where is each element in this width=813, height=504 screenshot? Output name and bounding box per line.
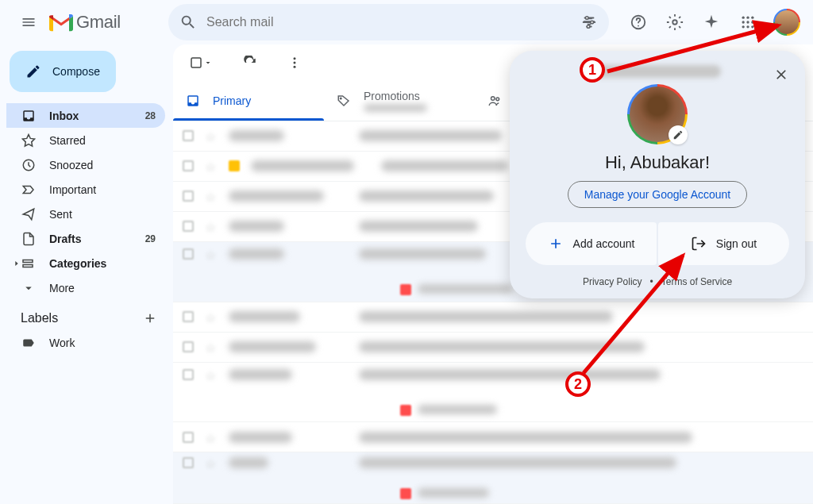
- svg-point-12: [742, 21, 745, 23]
- account-email: [594, 65, 721, 78]
- nav-label: Work: [49, 337, 156, 349]
- sidebar: Compose Inbox 28 Starred Snoozed Importa…: [0, 44, 173, 504]
- sidebar-item-snoozed[interactable]: Snoozed: [6, 152, 165, 177]
- email-row[interactable]: ☆: [173, 363, 813, 423]
- greeting-text: Hi, Abubakar!: [526, 152, 789, 173]
- app-name: Gmail: [76, 12, 121, 33]
- privacy-link[interactable]: Privacy Policy: [583, 276, 642, 287]
- chevron-down-icon: [21, 281, 37, 295]
- email-row[interactable]: ☆: [173, 422, 813, 452]
- sign-out-button[interactable]: Sign out: [658, 222, 789, 265]
- plus-icon: [548, 236, 564, 252]
- tab-label: Primary: [213, 94, 251, 107]
- support-button[interactable]: [622, 6, 654, 38]
- compose-button[interactable]: Compose: [10, 51, 116, 92]
- sent-icon: [21, 207, 37, 221]
- account-avatar-button[interactable]: [773, 9, 800, 36]
- nav-label: Inbox: [49, 110, 145, 122]
- sparkle-icon: [703, 13, 720, 31]
- nav-badge: 28: [145, 110, 156, 121]
- svg-point-23: [294, 61, 296, 63]
- apps-button[interactable]: [732, 6, 764, 38]
- nav-label: Drafts: [49, 233, 145, 245]
- more-button[interactable]: [281, 49, 308, 76]
- pencil-icon: [25, 63, 41, 79]
- search-input[interactable]: [206, 15, 580, 29]
- sidebar-item-more[interactable]: More: [6, 275, 165, 300]
- svg-point-7: [638, 25, 639, 27]
- main-menu-button[interactable]: [11, 5, 46, 40]
- annotation-step-2: 2: [565, 371, 591, 397]
- star-icon: [21, 133, 37, 148]
- tab-promotions[interactable]: Promotions: [324, 81, 475, 121]
- sidebar-item-important[interactable]: Important: [6, 177, 165, 202]
- svg-point-25: [341, 98, 342, 99]
- drafts-icon: [21, 232, 37, 246]
- apps-grid-icon: [740, 14, 756, 30]
- svg-point-22: [294, 57, 296, 60]
- labels-title: Labels: [21, 311, 58, 325]
- sign-out-icon: [691, 236, 707, 252]
- tag-icon: [337, 94, 351, 108]
- email-row[interactable]: ☆: [173, 302, 813, 333]
- nav-label: More: [49, 282, 156, 294]
- add-account-button[interactable]: Add account: [526, 222, 657, 265]
- nav-label: Categories: [49, 257, 156, 270]
- svg-point-4: [591, 21, 594, 24]
- svg-point-10: [746, 17, 749, 19]
- popup-avatar: [627, 84, 688, 144]
- nav-label: Sent: [49, 208, 156, 221]
- refresh-button[interactable]: [237, 49, 264, 76]
- clock-icon: [21, 158, 37, 172]
- header-icons: [622, 6, 800, 38]
- categories-icon: [11, 256, 37, 271]
- sidebar-item-categories[interactable]: Categories: [6, 251, 165, 275]
- sidebar-item-sent[interactable]: Sent: [6, 202, 165, 226]
- search-options-icon[interactable]: [580, 13, 598, 31]
- manage-account-button[interactable]: Manage your Google Account: [568, 181, 747, 208]
- sidebar-item-starred[interactable]: Starred: [6, 128, 165, 152]
- popup-footer: Privacy Policy • Terms of Service: [526, 276, 789, 287]
- hamburger-icon: [21, 14, 37, 30]
- svg-point-13: [746, 21, 749, 23]
- svg-point-17: [751, 25, 753, 28]
- tab-social[interactable]: [475, 81, 514, 121]
- svg-point-16: [746, 25, 749, 28]
- sidebar-item-drafts[interactable]: Drafts 29: [6, 226, 165, 251]
- tab-primary[interactable]: Primary: [173, 81, 324, 121]
- terms-link[interactable]: Terms of Service: [661, 276, 732, 287]
- gemini-button[interactable]: [695, 6, 727, 38]
- svg-point-24: [294, 66, 296, 68]
- sign-out-label: Sign out: [716, 237, 757, 250]
- help-icon: [630, 13, 647, 31]
- svg-point-26: [491, 96, 495, 100]
- edit-avatar-button[interactable]: [669, 125, 688, 144]
- svg-point-3: [585, 17, 588, 20]
- label-icon: [21, 336, 37, 350]
- search-bar[interactable]: [168, 4, 609, 40]
- select-all-checkbox[interactable]: [183, 49, 219, 76]
- labels-header: Labels: [6, 300, 167, 330]
- nav-label: Starred: [49, 134, 156, 147]
- email-row[interactable]: ☆: [173, 452, 813, 504]
- gmail-icon: [49, 13, 73, 32]
- settings-button[interactable]: [659, 6, 691, 38]
- gmail-logo[interactable]: Gmail: [49, 12, 121, 33]
- add-label-icon[interactable]: [143, 311, 157, 325]
- svg-point-9: [742, 17, 745, 19]
- nav-badge: 29: [145, 233, 156, 244]
- inbox-tab-icon: [186, 94, 200, 108]
- pencil-icon: [672, 129, 684, 140]
- svg-point-27: [496, 98, 499, 101]
- svg-rect-21: [191, 58, 201, 67]
- search-icon: [179, 13, 197, 31]
- annotation-step-1: 1: [580, 57, 605, 83]
- svg-point-11: [751, 17, 753, 19]
- header: Gmail: [0, 0, 813, 44]
- sidebar-item-inbox[interactable]: Inbox 28: [6, 103, 165, 128]
- people-icon: [487, 94, 502, 108]
- email-row[interactable]: ☆: [173, 333, 813, 363]
- add-account-label: Add account: [573, 237, 635, 250]
- sidebar-label-work[interactable]: Work: [6, 330, 165, 355]
- svg-point-14: [751, 21, 753, 23]
